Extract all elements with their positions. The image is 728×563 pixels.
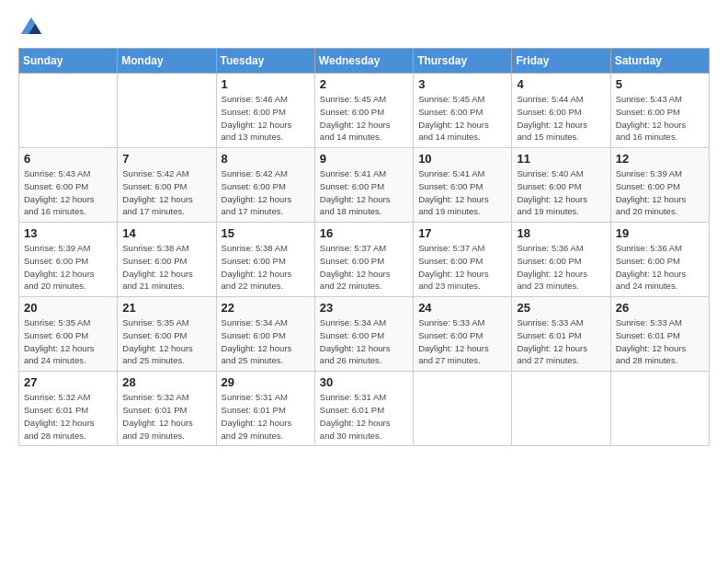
calendar-cell: 22Sunrise: 5:34 AM Sunset: 6:00 PM Dayli… <box>216 297 314 372</box>
day-info: Sunrise: 5:31 AM Sunset: 6:01 PM Dayligh… <box>320 391 408 442</box>
day-number: 8 <box>222 152 310 166</box>
calendar-header-row: SundayMondayTuesdayWednesdayThursdayFrid… <box>19 49 710 74</box>
calendar-cell: 20Sunrise: 5:35 AM Sunset: 6:00 PM Dayli… <box>19 297 118 372</box>
day-info: Sunrise: 5:34 AM Sunset: 6:00 PM Dayligh… <box>222 316 310 367</box>
day-info: Sunrise: 5:38 AM Sunset: 6:00 PM Dayligh… <box>222 242 310 293</box>
calendar-cell: 7Sunrise: 5:42 AM Sunset: 6:00 PM Daylig… <box>118 148 216 223</box>
calendar-cell: 19Sunrise: 5:36 AM Sunset: 6:00 PM Dayli… <box>610 223 709 297</box>
logo <box>18 15 48 40</box>
calendar-cell: 3Sunrise: 5:45 AM Sunset: 6:00 PM Daylig… <box>414 74 512 148</box>
calendar-cell: 2Sunrise: 5:45 AM Sunset: 6:00 PM Daylig… <box>314 74 413 148</box>
day-number: 27 <box>24 375 112 389</box>
day-number: 14 <box>122 226 210 240</box>
day-number: 12 <box>616 152 704 166</box>
calendar-cell: 23Sunrise: 5:34 AM Sunset: 6:00 PM Dayli… <box>314 297 413 372</box>
calendar-cell: 4Sunrise: 5:44 AM Sunset: 6:00 PM Daylig… <box>512 74 610 148</box>
day-info: Sunrise: 5:45 AM Sunset: 6:00 PM Dayligh… <box>418 93 506 144</box>
day-info: Sunrise: 5:31 AM Sunset: 6:01 PM Dayligh… <box>222 391 310 442</box>
calendar-cell: 17Sunrise: 5:37 AM Sunset: 6:00 PM Dayli… <box>414 223 512 297</box>
day-number: 20 <box>24 301 112 315</box>
day-number: 26 <box>616 301 704 315</box>
calendar-cell: 13Sunrise: 5:39 AM Sunset: 6:00 PM Dayli… <box>19 223 118 297</box>
day-info: Sunrise: 5:43 AM Sunset: 6:00 PM Dayligh… <box>616 93 704 144</box>
day-number: 11 <box>517 152 605 166</box>
day-number: 1 <box>222 77 310 91</box>
calendar-cell: 8Sunrise: 5:42 AM Sunset: 6:00 PM Daylig… <box>216 148 314 223</box>
day-info: Sunrise: 5:45 AM Sunset: 6:00 PM Dayligh… <box>320 93 408 144</box>
day-number: 6 <box>24 152 112 166</box>
day-number: 3 <box>418 77 506 91</box>
day-number: 21 <box>122 301 210 315</box>
calendar-week-row: 20Sunrise: 5:35 AM Sunset: 6:00 PM Dayli… <box>19 297 710 372</box>
day-number: 17 <box>418 226 506 240</box>
calendar-cell <box>414 372 512 446</box>
day-info: Sunrise: 5:33 AM Sunset: 6:01 PM Dayligh… <box>616 316 704 367</box>
day-info: Sunrise: 5:35 AM Sunset: 6:00 PM Dayligh… <box>122 316 210 367</box>
calendar-header-thursday: Thursday <box>414 49 512 74</box>
calendar-cell: 27Sunrise: 5:32 AM Sunset: 6:01 PM Dayli… <box>19 372 118 446</box>
day-info: Sunrise: 5:38 AM Sunset: 6:00 PM Dayligh… <box>122 242 210 293</box>
calendar-header-tuesday: Tuesday <box>216 49 314 74</box>
calendar-header-saturday: Saturday <box>610 49 709 74</box>
day-number: 23 <box>320 301 408 315</box>
calendar-cell <box>610 372 709 446</box>
calendar-cell: 14Sunrise: 5:38 AM Sunset: 6:00 PM Dayli… <box>118 223 216 297</box>
day-info: Sunrise: 5:32 AM Sunset: 6:01 PM Dayligh… <box>122 391 210 442</box>
logo-icon <box>18 15 44 40</box>
day-info: Sunrise: 5:34 AM Sunset: 6:00 PM Dayligh… <box>320 316 408 367</box>
calendar-cell: 26Sunrise: 5:33 AM Sunset: 6:01 PM Dayli… <box>610 297 709 372</box>
calendar-cell: 24Sunrise: 5:33 AM Sunset: 6:00 PM Dayli… <box>414 297 512 372</box>
calendar-cell: 10Sunrise: 5:41 AM Sunset: 6:00 PM Dayli… <box>414 148 512 223</box>
calendar-header-friday: Friday <box>512 49 610 74</box>
day-number: 18 <box>517 226 605 240</box>
day-number: 22 <box>222 301 310 315</box>
day-info: Sunrise: 5:32 AM Sunset: 6:01 PM Dayligh… <box>24 391 112 442</box>
day-info: Sunrise: 5:41 AM Sunset: 6:00 PM Dayligh… <box>320 167 408 218</box>
day-info: Sunrise: 5:42 AM Sunset: 6:00 PM Dayligh… <box>222 167 310 218</box>
calendar-cell: 12Sunrise: 5:39 AM Sunset: 6:00 PM Dayli… <box>610 148 709 223</box>
day-info: Sunrise: 5:43 AM Sunset: 6:00 PM Dayligh… <box>24 167 112 218</box>
day-number: 13 <box>24 226 112 240</box>
calendar-cell: 15Sunrise: 5:38 AM Sunset: 6:00 PM Dayli… <box>216 223 314 297</box>
calendar-week-row: 13Sunrise: 5:39 AM Sunset: 6:00 PM Dayli… <box>19 223 710 297</box>
calendar-header-monday: Monday <box>118 49 216 74</box>
day-info: Sunrise: 5:40 AM Sunset: 6:00 PM Dayligh… <box>517 167 605 218</box>
day-number: 24 <box>418 301 506 315</box>
day-number: 5 <box>616 77 704 91</box>
day-number: 15 <box>222 226 310 240</box>
calendar-table: SundayMondayTuesdayWednesdayThursdayFrid… <box>18 48 710 446</box>
day-number: 9 <box>320 152 408 166</box>
calendar-cell: 16Sunrise: 5:37 AM Sunset: 6:00 PM Dayli… <box>314 223 413 297</box>
calendar-cell: 28Sunrise: 5:32 AM Sunset: 6:01 PM Dayli… <box>118 372 216 446</box>
calendar-cell: 9Sunrise: 5:41 AM Sunset: 6:00 PM Daylig… <box>314 148 413 223</box>
day-number: 10 <box>418 152 506 166</box>
calendar-week-row: 27Sunrise: 5:32 AM Sunset: 6:01 PM Dayli… <box>19 372 710 446</box>
day-number: 7 <box>122 152 210 166</box>
calendar-cell: 6Sunrise: 5:43 AM Sunset: 6:00 PM Daylig… <box>19 148 118 223</box>
calendar-cell: 1Sunrise: 5:46 AM Sunset: 6:00 PM Daylig… <box>216 74 314 148</box>
day-number: 29 <box>222 375 310 389</box>
calendar-cell <box>19 74 118 148</box>
calendar-cell: 5Sunrise: 5:43 AM Sunset: 6:00 PM Daylig… <box>610 74 709 148</box>
day-info: Sunrise: 5:42 AM Sunset: 6:00 PM Dayligh… <box>122 167 210 218</box>
day-number: 4 <box>517 77 605 91</box>
day-info: Sunrise: 5:33 AM Sunset: 6:00 PM Dayligh… <box>418 316 506 367</box>
day-info: Sunrise: 5:41 AM Sunset: 6:00 PM Dayligh… <box>418 167 506 218</box>
calendar-cell: 11Sunrise: 5:40 AM Sunset: 6:00 PM Dayli… <box>512 148 610 223</box>
day-info: Sunrise: 5:37 AM Sunset: 6:00 PM Dayligh… <box>320 242 408 293</box>
day-info: Sunrise: 5:33 AM Sunset: 6:01 PM Dayligh… <box>517 316 605 367</box>
calendar-week-row: 1Sunrise: 5:46 AM Sunset: 6:00 PM Daylig… <box>19 74 710 148</box>
calendar-cell: 29Sunrise: 5:31 AM Sunset: 6:01 PM Dayli… <box>216 372 314 446</box>
calendar-cell <box>512 372 610 446</box>
day-info: Sunrise: 5:36 AM Sunset: 6:00 PM Dayligh… <box>517 242 605 293</box>
day-number: 19 <box>616 226 704 240</box>
calendar-cell: 21Sunrise: 5:35 AM Sunset: 6:00 PM Dayli… <box>118 297 216 372</box>
day-info: Sunrise: 5:39 AM Sunset: 6:00 PM Dayligh… <box>616 167 704 218</box>
day-info: Sunrise: 5:46 AM Sunset: 6:00 PM Dayligh… <box>222 93 310 144</box>
day-number: 16 <box>320 226 408 240</box>
calendar-week-row: 6Sunrise: 5:43 AM Sunset: 6:00 PM Daylig… <box>19 148 710 223</box>
day-info: Sunrise: 5:44 AM Sunset: 6:00 PM Dayligh… <box>517 93 605 144</box>
calendar-cell: 30Sunrise: 5:31 AM Sunset: 6:01 PM Dayli… <box>314 372 413 446</box>
day-info: Sunrise: 5:35 AM Sunset: 6:00 PM Dayligh… <box>24 316 112 367</box>
calendar-cell: 18Sunrise: 5:36 AM Sunset: 6:00 PM Dayli… <box>512 223 610 297</box>
